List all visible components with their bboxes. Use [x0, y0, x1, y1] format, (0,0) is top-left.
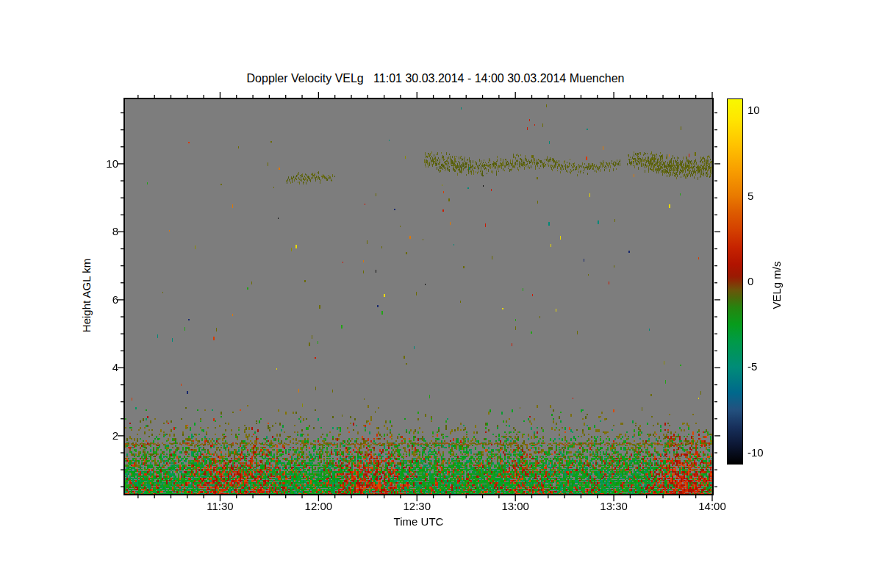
x-tick-label: 13:30 — [588, 500, 639, 512]
y-tick-label: 2 — [89, 429, 118, 442]
colorbar-tick-label: -10 — [747, 446, 780, 459]
colorbar-tick-label: -5 — [747, 360, 780, 373]
chart-title: Doppler Velocity VELg 11:01 30.03.2014 -… — [125, 72, 746, 85]
colorbar-tick-label: 10 — [747, 104, 780, 116]
velocity-heatmap-canvas — [125, 99, 712, 494]
x-tick-label: 11:30 — [194, 500, 245, 512]
y-tick-label: 8 — [89, 225, 118, 237]
x-tick-label: 14:00 — [686, 500, 738, 512]
doppler-velocity-figure: Doppler Velocity VELg 11:01 30.03.2014 -… — [0, 0, 882, 588]
y-tick-label: 6 — [89, 293, 118, 306]
plot-frame — [123, 98, 714, 495]
y-axis-label: Height AGL km — [80, 259, 93, 332]
x-axis-label: Time UTC — [125, 515, 712, 528]
colorbar-gradient — [728, 99, 742, 464]
x-tick-label: 12:30 — [391, 500, 442, 512]
colorbar-label: VELg m/s — [770, 261, 783, 309]
y-tick-label: 4 — [89, 361, 118, 373]
colorbar — [727, 98, 743, 465]
y-tick-label: 10 — [89, 157, 118, 170]
x-tick-label: 12:00 — [293, 500, 344, 512]
x-tick-label: 13:00 — [490, 500, 541, 512]
colorbar-tick-label: 5 — [747, 190, 780, 202]
